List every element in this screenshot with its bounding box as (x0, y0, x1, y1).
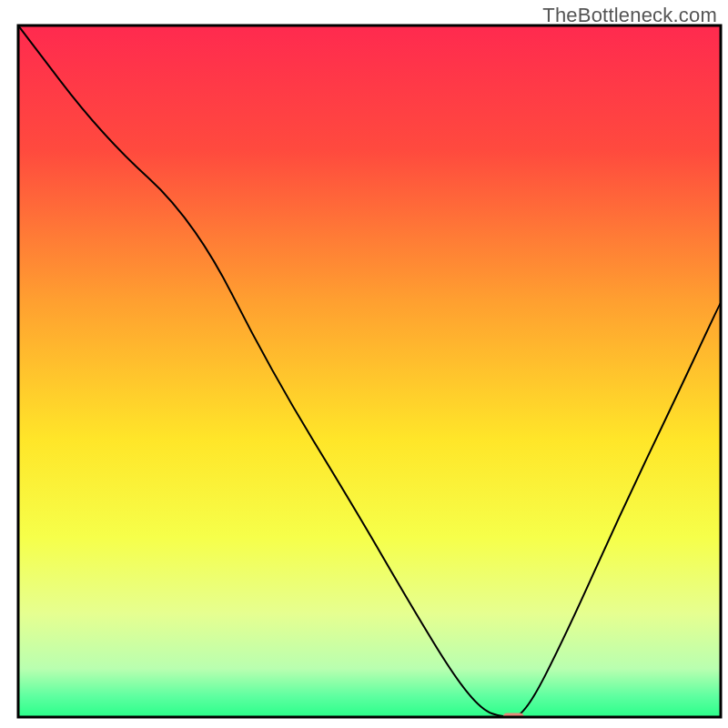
gradient-background (18, 25, 721, 717)
watermark-text: TheBottleneck.com (542, 4, 717, 27)
chart-container: TheBottleneck.com (0, 0, 728, 728)
bottleneck-chart (0, 0, 728, 728)
